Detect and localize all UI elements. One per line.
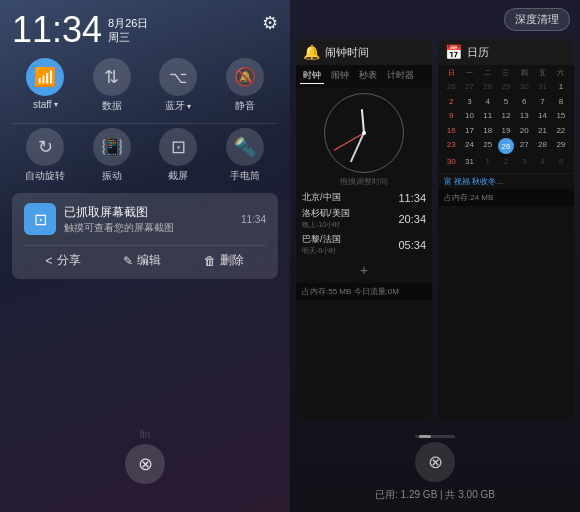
cal-day[interactable]: 19 — [497, 124, 515, 138]
cal-day[interactable]: 21 — [533, 124, 551, 138]
cal-day[interactable]: 4 — [533, 155, 551, 169]
toggle-rotate[interactable]: ↻ 自动旋转 — [16, 128, 74, 183]
cal-day[interactable]: 29 — [497, 80, 515, 94]
cal-day[interactable]: 3 — [515, 155, 533, 169]
notif-header: ⊡ 已抓取屏幕截图 触摸可查看您的屏幕截图 11:34 — [24, 203, 266, 235]
cal-day[interactable]: 18 — [479, 124, 497, 138]
cal-day[interactable]: 3 — [460, 95, 478, 109]
notif-subtitle: 触摸可查看您的屏幕截图 — [64, 221, 241, 235]
cal-day[interactable]: 8 — [552, 95, 570, 109]
cal-day[interactable]: 17 — [460, 124, 478, 138]
cal-day[interactable]: 5 — [552, 155, 570, 169]
toggle-flashlight[interactable]: 🔦 手电筒 — [216, 128, 274, 183]
toggle-wifi[interactable]: 📶 staff ▾ — [16, 58, 74, 113]
silent-button[interactable]: 🔕 — [226, 58, 264, 96]
add-city-button[interactable]: + — [302, 259, 426, 281]
cal-day[interactable]: 11 — [479, 109, 497, 123]
tab-clock[interactable]: 时钟 — [300, 68, 324, 84]
edit-label: 编辑 — [137, 252, 161, 269]
bluetooth-button[interactable]: ⌥ — [159, 58, 197, 96]
edit-action[interactable]: ✎ 编辑 — [123, 252, 161, 269]
memory-text: 已用: 1.29 GB | 共 3.00 GB — [375, 488, 495, 502]
edit-icon: ✎ — [123, 254, 133, 268]
screenshot-toggle-button[interactable]: ⊡ — [159, 128, 197, 166]
cal-week-6: 30 31 1 2 3 4 5 — [442, 155, 570, 169]
cal-week-4: 16 17 18 19 20 21 22 — [442, 124, 570, 138]
wday-wed: 三 — [497, 67, 515, 79]
clock-card[interactable]: 🔔 闹钟时间 时钟 闹钟 秒表 计时器 — [296, 39, 432, 419]
right-content: 深度清理 🔔 闹钟时间 时钟 闹钟 秒表 计时器 — [290, 0, 580, 512]
rotate-button[interactable]: ↻ — [26, 128, 64, 166]
flashlight-label: 手电筒 — [230, 169, 260, 183]
cal-day[interactable]: 30 — [515, 80, 533, 94]
toggle-bluetooth[interactable]: ⌥ 蓝牙 ▾ — [149, 58, 207, 113]
cal-day[interactable]: 30 — [442, 155, 460, 169]
notif-text: 已抓取屏幕截图 触摸可查看您的屏幕截图 — [64, 204, 241, 235]
cal-day[interactable]: 27 — [515, 138, 533, 154]
screenshot-notification[interactable]: ⊡ 已抓取屏幕截图 触摸可查看您的屏幕截图 11:34 < 分享 ✎ 编辑 🗑 — [12, 193, 278, 279]
deep-clean-button[interactable]: 深度清理 — [504, 8, 570, 31]
city-la: 洛杉矶/美国 晚上-10小时 20:34 — [302, 207, 426, 230]
cal-weeks: 26 27 28 29 30 31 1 2 3 4 — [442, 80, 570, 169]
right-home-button[interactable]: ⊗ — [415, 442, 455, 482]
cal-day[interactable]: 26 — [442, 80, 460, 94]
rotate-label: 自动旋转 — [25, 169, 65, 183]
settings-icon[interactable]: ⚙ — [262, 12, 278, 34]
cal-day[interactable]: 29 — [552, 138, 570, 154]
cal-day[interactable]: 9 — [442, 109, 460, 123]
wifi-button[interactable]: 📶 — [26, 58, 64, 96]
cal-day[interactable]: 2 — [497, 155, 515, 169]
cal-day[interactable]: 16 — [442, 124, 460, 138]
vibrate-label: 振动 — [102, 169, 122, 183]
data-button[interactable]: ⇅ — [93, 58, 131, 96]
cal-day[interactable]: 22 — [552, 124, 570, 138]
cal-day[interactable]: 12 — [497, 109, 515, 123]
cal-day[interactable]: 27 — [460, 80, 478, 94]
share-action[interactable]: < 分享 — [45, 252, 80, 269]
la-sub: 晚上-10小时 — [302, 220, 350, 230]
la-time: 20:34 — [398, 213, 426, 225]
right-home-icon: ⊗ — [428, 451, 443, 473]
cal-week-1: 26 27 28 29 30 31 1 — [442, 80, 570, 94]
toggle-screenshot[interactable]: ⊡ 截屏 — [149, 128, 207, 183]
cal-day[interactable]: 2 — [442, 95, 460, 109]
tab-stopwatch[interactable]: 秒表 — [356, 68, 380, 84]
cal-week-2: 2 3 4 5 6 7 8 — [442, 95, 570, 109]
cal-day-today[interactable]: 26 — [498, 138, 514, 154]
clock-app-icon: 🔔 — [303, 44, 320, 60]
cal-day[interactable]: 24 — [460, 138, 478, 154]
toggle-vibrate[interactable]: 📳 振动 — [83, 128, 141, 183]
cal-day[interactable]: 31 — [460, 155, 478, 169]
cal-day[interactable]: 23 — [442, 138, 460, 154]
cal-day[interactable]: 20 — [515, 124, 533, 138]
cal-day[interactable]: 13 — [515, 109, 533, 123]
tab-alarm[interactable]: 闹钟 — [328, 68, 352, 84]
cal-day[interactable]: 31 — [533, 80, 551, 94]
cal-day[interactable]: 1 — [552, 80, 570, 94]
cal-day[interactable]: 28 — [533, 138, 551, 154]
cal-day[interactable]: 1 — [479, 155, 497, 169]
toggle-silent[interactable]: 🔕 静音 — [216, 58, 274, 113]
calendar-card[interactable]: 📅 日历 日 一 二 三 四 五 六 — [438, 39, 574, 419]
wday-fri: 五 — [533, 67, 551, 79]
tab-timer[interactable]: 计时器 — [384, 68, 417, 84]
cal-day[interactable]: 10 — [460, 109, 478, 123]
flashlight-button[interactable]: 🔦 — [226, 128, 264, 166]
wifi-label: staff ▾ — [33, 99, 58, 110]
cal-day[interactable]: 6 — [515, 95, 533, 109]
toggle-row-2: ↻ 自动旋转 📳 振动 ⊡ 截屏 🔦 手电筒 — [12, 128, 278, 183]
cal-day[interactable]: 28 — [479, 80, 497, 94]
calendar-app-name: 日历 — [467, 45, 567, 60]
clock-app-name: 闹钟时间 — [325, 45, 425, 60]
cal-day[interactable]: 14 — [533, 109, 551, 123]
cal-day[interactable]: 7 — [533, 95, 551, 109]
toggle-data[interactable]: ⇅ 数据 — [83, 58, 141, 113]
left-home-button[interactable]: ⊗ — [125, 444, 165, 484]
cal-day[interactable]: 5 — [497, 95, 515, 109]
cal-day[interactable]: 4 — [479, 95, 497, 109]
toggle-row-1: 📶 staff ▾ ⇅ 数据 ⌥ 蓝牙 ▾ 🔕 静音 — [12, 58, 278, 113]
delete-action[interactable]: 🗑 删除 — [204, 252, 244, 269]
cal-day[interactable]: 25 — [479, 138, 497, 154]
cal-day[interactable]: 15 — [552, 109, 570, 123]
vibrate-button[interactable]: 📳 — [93, 128, 131, 166]
